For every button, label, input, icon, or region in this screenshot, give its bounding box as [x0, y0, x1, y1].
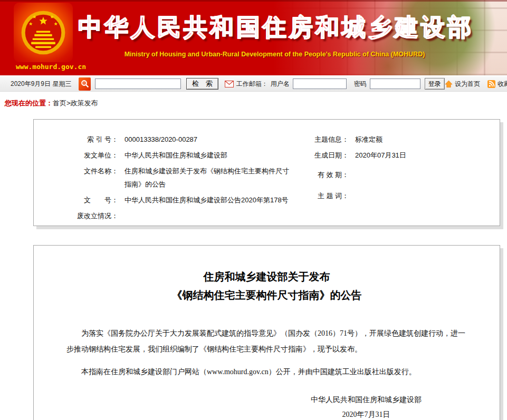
site-subtitle-en: Ministry of Housing and Urban-Rural Deve… [78, 51, 471, 58]
announcement-panel: 住房和城乡建设部关于发布 《钢结构住宅主要构件尺寸指南》的公告 为落实《国务院办… [33, 245, 500, 420]
info-value [349, 168, 355, 181]
site-header: www.mohurd.gov.cn 中华人民共和国住房和城乡建设部 Minist… [0, 0, 507, 75]
info-value: 中华人民共和国住房和城乡建设部 [118, 149, 227, 162]
info-value: 标准定额 [349, 133, 382, 146]
search-input[interactable] [95, 79, 181, 89]
info-label: 文 号： [34, 193, 118, 207]
info-value: 2020年07月31日 [349, 149, 406, 162]
site-title: 中华人民共和国住房和城乡建设部 [78, 12, 471, 43]
search-button[interactable]: 检 索 [186, 78, 218, 90]
info-value [118, 209, 125, 222]
login-button[interactable]: 登录 [425, 78, 445, 90]
info-row-generation-date: 生成日期： 2020年07月31日 [304, 149, 499, 162]
info-row-document-number: 文 号： 中华人民共和国住房和城乡建设部公告2020年第178号 [34, 193, 304, 207]
announcement-title-line2: 《钢结构住宅主要构件尺寸指南》的公告 [34, 286, 500, 305]
info-label: 发文单位： [34, 149, 118, 162]
announcement-title-line1: 住房和城乡建设部关于发布 [34, 268, 500, 286]
breadcrumb-label: 您现在的位置： [5, 99, 53, 107]
breadcrumb-path[interactable]: 首页>政策发布 [53, 99, 98, 107]
mail-icon [225, 81, 234, 87]
announcement-body: 为落实《国务院办公厅关于大力发展装配式建筑的指导意见》（国办发（2016）71号… [34, 326, 500, 380]
signature-date: 2020年7月31日 [300, 407, 432, 420]
breadcrumb: 您现在的位置：首页>政策发布 [5, 99, 507, 108]
info-row-index-number: 索 引 号： 000013338/2020-00287 [34, 133, 304, 146]
set-homepage-link[interactable]: 设为首页 [455, 80, 480, 89]
site-url: www.mohurd.gov.cn [16, 63, 79, 71]
current-date: 2020年9月9日 星期三 [11, 80, 71, 89]
info-label: 文件名称： [34, 164, 118, 191]
announcement-title: 住房和城乡建设部关于发布 《钢结构住宅主要构件尺寸指南》的公告 [34, 268, 500, 305]
announcement-paragraph: 本指南在住房和城乡建设部门户网站（www.mohurd.gov.cn）公开，并由… [66, 364, 467, 380]
header-top-line [0, 0, 507, 2]
info-label: 主 题 词： [304, 189, 349, 202]
info-row-repeal-status: 废改立情况： [34, 209, 304, 222]
info-value: 住房和城乡建设部关于发布《钢结构住宅主要构件尺寸指南》的公告 [118, 164, 295, 191]
document-info-table: 索 引 号： 000013338/2020-00287 发文单位： 中华人民共和… [34, 133, 500, 225]
username-label: 用户名 [271, 80, 290, 89]
announcement-paragraph: 为落实《国务院办公厅关于大力发展装配式建筑的指导意见》（国办发（2016）71号… [66, 326, 467, 357]
info-label: 生成日期： [304, 149, 349, 162]
info-label: 废改立情况： [34, 209, 118, 222]
username-input[interactable] [293, 79, 347, 89]
password-label: 密码 [354, 80, 367, 89]
info-value: 000013338/2020-00287 [118, 133, 197, 146]
info-label: 主题信息： [304, 133, 349, 146]
info-row-validity-period: 有 效 期： [304, 168, 499, 181]
document-info-panel: 索 引 号： 000013338/2020-00287 发文单位： 中华人民共和… [33, 119, 500, 226]
favorite-link[interactable]: 收藏 [498, 80, 507, 89]
toolbar: 2020年9月9日 星期三 检 索 工作邮箱： 用户名 密码 登录 设为首页 收… [0, 75, 507, 92]
search-icon[interactable] [79, 77, 90, 91]
signature-org: 中华人民共和国住房和城乡建设部 [300, 393, 432, 407]
info-value [349, 189, 355, 202]
national-emblem [14, 3, 73, 62]
password-input[interactable] [370, 79, 420, 89]
signature-block: 中华人民共和国住房和城乡建设部 2020年7月31日 [300, 393, 432, 420]
info-row-keywords: 主 题 词： [304, 189, 499, 202]
info-row-topic-info: 主题信息： 标准定额 [304, 133, 499, 146]
mail-label: 工作邮箱： [236, 80, 268, 89]
info-label: 索 引 号： [34, 133, 118, 146]
info-row-issuing-unit: 发文单位： 中华人民共和国住房和城乡建设部 [34, 149, 304, 162]
home-icon [445, 80, 453, 88]
info-value: 中华人民共和国住房和城乡建设部公告2020年第178号 [118, 193, 289, 207]
rss-icon [487, 80, 495, 88]
info-row-document-name: 文件名称： 住房和城乡建设部关于发布《钢结构住宅主要构件尺寸指南》的公告 [34, 164, 304, 191]
national-emblem-icon [20, 8, 66, 57]
info-label: 有 效 期： [304, 168, 349, 181]
